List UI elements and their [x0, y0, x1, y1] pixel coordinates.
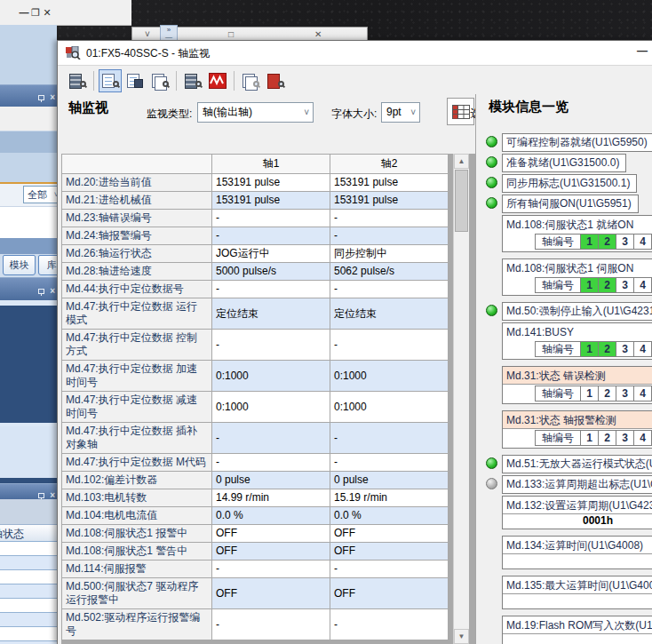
axis-3-indicator: 3: [616, 430, 634, 446]
restore-icon[interactable]: ❐: [29, 5, 42, 20]
axis2-value: OFF: [330, 525, 449, 543]
vertical-scrollbar[interactable]: ▲ ▼: [453, 154, 469, 644]
monitor-start-icon: [68, 73, 86, 89]
module-status-item: Md.50:强制停止输入(U1\G4231): [481, 302, 652, 319]
table-row: Md.20:进给当前值153191 pulse153191 pulse: [62, 174, 449, 192]
pin-icon[interactable]: [37, 287, 46, 296]
monitor-stop-button[interactable]: [239, 69, 262, 92]
module-status-item: 准备就绪(U1\G31500.0): [481, 154, 652, 171]
axis2-value: -: [330, 210, 449, 227]
close-icon[interactable]: ×: [50, 286, 55, 296]
axis2-value: -: [330, 227, 449, 245]
axis1-value: 0.0 %: [212, 507, 330, 525]
green-led-icon: [486, 156, 497, 168]
window-content: 轴监视 监视类型: 轴(输出轴) ˅ 字体大小: 9pt ˅: [58, 94, 652, 644]
maximize-icon[interactable]: □: [228, 28, 234, 41]
module-monitor-icon: [184, 73, 202, 89]
save-monitor-data-icon: [126, 73, 144, 89]
scroll-down-icon[interactable]: ▼: [454, 629, 469, 644]
axis-number-label: 轴编号: [535, 234, 581, 250]
module-glyph: [69, 74, 82, 89]
axis-4-indicator: 4: [633, 430, 652, 446]
monitor-item-label: Md.102:偏差计数器: [62, 472, 212, 489]
save-monitor-data-button[interactable]: [123, 69, 147, 92]
axis-2-indicator: 2: [598, 341, 616, 357]
monitor-start-button[interactable]: [66, 69, 89, 92]
monitor-item-label: Md.47:执行中定位数据 控制方式: [62, 330, 212, 361]
axis-number-label: 轴编号: [535, 386, 581, 402]
floppy-glyph: [134, 79, 143, 88]
axis-status-label: Md.31:状态 轴报警检测: [503, 411, 652, 429]
magnifier-glyph: [278, 81, 284, 87]
status-label: 准备就绪(U1\G31500.0): [502, 154, 626, 172]
monitor-item-label: Md.21:进给机械值: [62, 192, 212, 210]
minimize-icon[interactable]: —: [637, 44, 648, 57]
font-size-label: 字体大小:: [331, 107, 377, 122]
axis1-value: -: [212, 210, 330, 227]
monitor-item-label: Md.26:轴运行状态: [62, 245, 212, 263]
axis-status-box: Md.108:伺服状态1 就绪ON轴编号1234: [502, 215, 652, 252]
axis-1-indicator: 1: [580, 277, 599, 293]
axis2-value: 153191 pulse: [330, 192, 449, 210]
scrollbar-thumb[interactable]: [455, 170, 468, 232]
monitor-item-label: Md.108:伺服状态1 警告中: [62, 543, 212, 561]
close-icon[interactable]: ✕: [314, 28, 322, 41]
table-row: Md.102:偏差计数器0 pulse0 pulse: [62, 472, 449, 489]
table-row: Md.47:执行中定位数据 减速时间号0:10000:1000: [62, 392, 449, 423]
axis1-value: -: [212, 227, 330, 245]
status-label: 可编程控制器就绪(U1\G5950): [502, 133, 652, 152]
axis-monitor-icon: [66, 46, 81, 63]
axis-monitor-pane: 轴监视 监视类型: 轴(输出轴) ˅ 字体大小: 9pt ˅: [58, 94, 475, 644]
axis-number-row: 轴编号1234: [535, 234, 652, 250]
dock-row: [0, 131, 57, 153]
axis2-value: -: [330, 281, 449, 298]
dock-list-area: [0, 206, 57, 238]
axis-3-indicator: 3: [616, 234, 634, 250]
axis-2-indicator: 2: [598, 386, 616, 402]
axis1-value: 14.99 r/min: [212, 489, 330, 507]
axis-status-label: Md.108:伺服状态1 伺服ON: [503, 259, 652, 276]
tab-module[interactable]: 模块: [3, 255, 36, 275]
monitor-type-select[interactable]: 轴(输出轴) ˅: [197, 102, 314, 123]
close-icon[interactable]: ×: [50, 92, 55, 102]
axis-1-indicator: 1: [580, 430, 599, 446]
minimize-icon[interactable]: —: [18, 5, 30, 20]
axis-1-indicator: 1: [580, 386, 599, 402]
axis-status-label: Md.108:伺服状态1 就绪ON: [503, 216, 652, 233]
module-monitor-button[interactable]: [181, 69, 204, 92]
axis-status-box: Md.31:状态 错误检测轴编号1234: [502, 366, 652, 404]
status-label: Md.51:无放大器运行模式状态(U1\G: [502, 455, 652, 473]
monitor-list-button[interactable]: [99, 69, 122, 92]
pin-icon[interactable]: [37, 93, 46, 102]
axis2-value: -: [330, 330, 449, 361]
axis-3-indicator: 3: [616, 341, 634, 357]
dock-filter-row: 全部 ˅: [0, 184, 57, 206]
waveform-trace-button[interactable]: [206, 69, 229, 92]
value-status-box: Md.135:最大运算时间(U1\G4009): [502, 576, 652, 609]
dock-overflow-button[interactable]: » —: [160, 25, 178, 41]
module-status-item: 同步用标志(U1\G31500.1): [481, 174, 652, 191]
axis-number-label: 轴编号: [535, 430, 581, 446]
filter-dropdown-value: 全部: [28, 189, 47, 200]
axis2-value: -: [330, 561, 449, 578]
left-dock: × 全部 ˅ 模块 库 × × 轴状态: [0, 25, 57, 644]
toolbar-separator: [234, 71, 235, 91]
value-status-box: Md.132:设置运算周期(U1\G4238)0001h: [502, 496, 652, 529]
chevron-down-icon: ˅: [410, 103, 416, 122]
monitor-item-label: Md.44:执行中定位数据号: [62, 281, 212, 298]
gray-led-icon: [486, 478, 497, 489]
module-error-monitor-button[interactable]: [264, 69, 287, 92]
item-column-header: [62, 155, 212, 174]
close-icon[interactable]: ✕: [41, 5, 53, 20]
monitor-item-label: Md.104:电机电流值: [62, 507, 212, 525]
font-size-select[interactable]: 9pt ˅: [381, 102, 420, 123]
scroll-up-icon[interactable]: ▲: [454, 154, 469, 169]
table-row: Md.103:电机转数14.99 r/min15.19 r/min: [62, 489, 449, 507]
axis1-value: JOG运行中: [212, 245, 330, 263]
status-value: [503, 634, 652, 644]
value-status-label: Md.132:设置运算周期(U1\G4238): [503, 497, 652, 514]
chevron-down-icon[interactable]: ˅: [145, 28, 150, 41]
axis2-value: 0:1000: [330, 361, 449, 392]
copy-monitor-button[interactable]: [148, 69, 171, 92]
magnifier-glyph: [163, 81, 169, 87]
